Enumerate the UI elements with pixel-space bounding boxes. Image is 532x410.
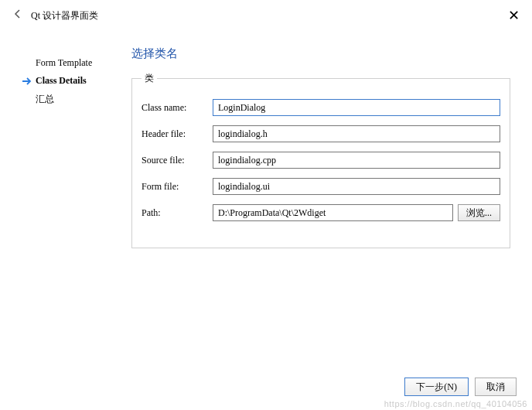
title-left: Qt 设计器界面类 [12,9,98,22]
row-source-file: Source file: [142,152,500,169]
cancel-button[interactable]: 取消 [475,378,517,396]
class-fieldset: 类 Class name: Header file: Source file: … [131,72,510,248]
row-header-file: Header file: [142,125,500,142]
sidebar-item-label: Class Details [36,75,87,87]
form-file-input[interactable] [213,178,500,195]
page-title: 选择类名 [131,46,513,61]
row-path: Path: 浏览... [142,204,500,221]
row-form-file: Form file: [142,178,500,195]
sidebar-item-class-details[interactable]: Class Details [22,72,131,90]
path-input[interactable] [213,204,453,221]
sidebar-item-label: Form Template [36,57,92,69]
window-title: Qt 设计器界面类 [31,9,98,22]
class-name-label: Class name: [142,102,208,114]
close-icon[interactable]: ✕ [508,7,520,24]
source-file-input[interactable] [213,152,500,169]
path-label: Path: [142,207,208,219]
fieldset-legend: 类 [142,72,157,85]
next-button[interactable]: 下一步(N) [404,378,469,396]
title-bar: Qt 设计器界面类 ✕ [0,0,532,31]
watermark: https://blog.csdn.net/qq_40104056 [384,399,527,408]
sidebar: Form Template Class Details 汇总 [0,46,131,248]
sidebar-item-label: 汇总 [36,93,54,106]
main-panel: 选择类名 类 Class name: Header file: Source f… [131,46,532,248]
class-name-input[interactable] [213,99,500,116]
browse-button[interactable]: 浏览... [458,204,500,221]
content: Form Template Class Details 汇总 选择类名 类 Cl… [0,31,532,248]
source-file-label: Source file: [142,155,208,166]
button-bar: 下一步(N) 取消 [404,378,517,396]
header-file-input[interactable] [213,125,500,142]
step-arrow-icon [22,77,32,85]
form-file-label: Form file: [142,181,208,193]
sidebar-item-summary[interactable]: 汇总 [22,90,131,109]
row-class-name: Class name: [142,99,500,116]
header-file-label: Header file: [142,128,208,140]
back-arrow-icon[interactable] [12,9,23,22]
sidebar-item-form-template[interactable]: Form Template [22,54,131,72]
